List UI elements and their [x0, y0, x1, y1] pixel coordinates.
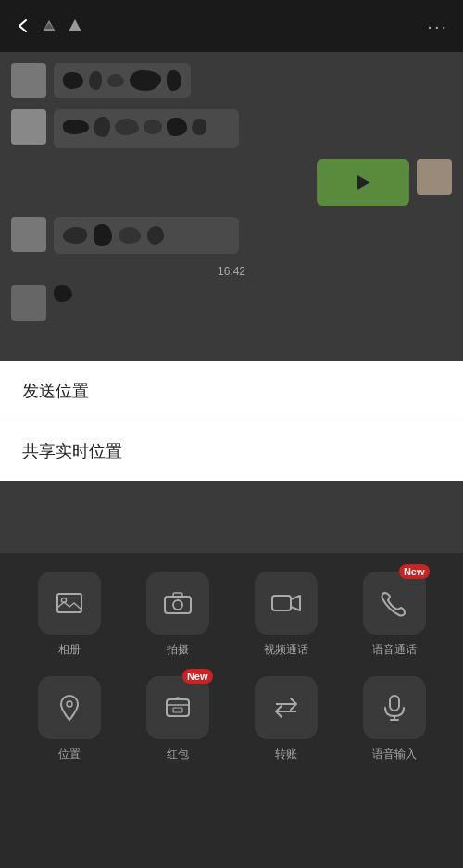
camera-label: 拍摄: [167, 642, 189, 658]
svg-rect-22: [390, 696, 399, 711]
more-icon[interactable]: ···: [427, 16, 448, 37]
ink-blob: [107, 74, 124, 87]
album-label: 相册: [58, 642, 81, 658]
ink-blob: [54, 285, 72, 302]
ink-blob: [130, 70, 161, 91]
avatar-left-4: [11, 217, 46, 252]
location-icon: [54, 692, 85, 723]
redpkg-label: 红包: [167, 747, 189, 762]
transfer-icon: [270, 692, 302, 723]
voice-input-icon: [379, 692, 410, 723]
tool-album[interactable]: 相册: [38, 572, 101, 658]
tool-row-2: 位置 New 红包: [15, 676, 448, 762]
message-2: [11, 109, 452, 148]
ink-blob: [63, 227, 87, 244]
camera-icon-box: [146, 572, 209, 635]
avatar-right-3: [417, 159, 452, 195]
ink-blob: [89, 71, 102, 90]
chat-area: 16:42: [0, 52, 463, 413]
tool-transfer[interactable]: 转账: [255, 676, 318, 762]
msg5-content: [54, 285, 72, 302]
tool-video[interactable]: 视频通话: [255, 572, 318, 658]
video-icon-box: [255, 572, 318, 635]
svg-point-14: [173, 600, 182, 610]
ink-blob: [115, 119, 139, 135]
ink-blob: [147, 226, 164, 245]
camera-icon: [162, 587, 194, 619]
ink-blob: [63, 72, 83, 89]
tool-row-1: 相册 拍摄 视频通话: [15, 572, 448, 658]
svg-rect-19: [173, 708, 182, 712]
tool-redpkg[interactable]: New 红包: [146, 676, 209, 762]
ink-blob: [63, 120, 89, 134]
play-icon: [352, 171, 374, 194]
message-3: [11, 159, 452, 206]
tool-panel: 相册 拍摄 视频通话: [0, 553, 463, 868]
voice-call-icon-box: [363, 572, 426, 635]
bubble-2: [54, 109, 239, 148]
shape-icon-2: [67, 18, 83, 34]
bubble-3-green: [317, 159, 409, 206]
redpkg-badge: New: [182, 669, 213, 684]
send-location-item[interactable]: 发送位置: [0, 361, 463, 421]
top-bar: ···: [0, 0, 463, 52]
redpkg-icon: [162, 692, 194, 723]
bubble-1: [54, 63, 191, 98]
transfer-label: 转账: [275, 747, 297, 762]
ink-blob: [192, 119, 206, 135]
timestamp: 16:42: [11, 265, 452, 278]
tool-voice-input[interactable]: 语音输入: [363, 676, 426, 762]
svg-rect-13: [165, 597, 191, 613]
svg-marker-3: [357, 175, 370, 190]
svg-rect-16: [272, 596, 291, 610]
bubble-4: [54, 217, 239, 254]
avatar-left-1: [11, 63, 46, 98]
redpkg-icon-box: [146, 676, 209, 739]
shape-icon-1: [41, 18, 57, 34]
top-bar-left: [15, 18, 83, 34]
ink-blob: [119, 227, 141, 244]
ink-blob: [94, 224, 112, 246]
video-label: 视频通话: [264, 642, 308, 658]
location-icon-box: [38, 676, 101, 739]
location-menu: 发送位置 共享实时位置: [0, 361, 463, 481]
back-icon[interactable]: [15, 18, 31, 34]
top-bar-right: ···: [427, 16, 448, 37]
svg-marker-2: [69, 19, 81, 31]
share-realtime-location-item[interactable]: 共享实时位置: [0, 421, 463, 481]
album-icon: [54, 587, 85, 619]
voice-input-label: 语音输入: [372, 747, 417, 762]
voice-call-label: 语音通话: [372, 642, 417, 658]
ink-blob: [144, 120, 162, 134]
message-1: [11, 63, 452, 98]
avatar-left-5: [11, 285, 46, 321]
tool-camera[interactable]: 拍摄: [146, 572, 209, 658]
tool-location[interactable]: 位置: [38, 676, 101, 762]
message-5: [11, 285, 452, 321]
transfer-icon-box: [255, 676, 318, 739]
svg-rect-15: [173, 593, 182, 598]
location-label: 位置: [58, 747, 81, 762]
svg-rect-11: [57, 594, 81, 612]
avatar-left-2: [11, 109, 46, 145]
voice-call-badge: New: [399, 564, 430, 579]
voice-input-icon-box: [363, 676, 426, 739]
tool-voice-call[interactable]: New 语音通话: [363, 572, 426, 658]
album-icon-box: [38, 572, 101, 635]
message-4: [11, 217, 452, 254]
ink-blob: [167, 70, 181, 91]
svg-point-17: [67, 701, 72, 707]
ink-blob: [167, 118, 187, 136]
ink-blob: [94, 117, 110, 137]
video-icon: [270, 587, 302, 619]
phone-icon: [379, 587, 410, 619]
